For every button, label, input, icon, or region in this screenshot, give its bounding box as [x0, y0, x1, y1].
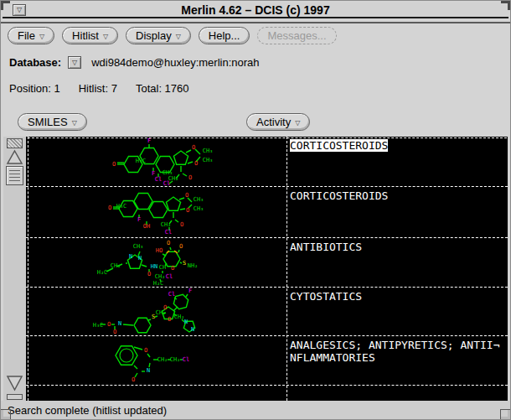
- svg-text:F: F: [188, 288, 192, 294]
- svg-text:N: N: [129, 253, 132, 260]
- svg-text:N: N: [191, 326, 194, 333]
- activity-value: ANALGESICS; ANTIPYRETICS; ANTII¬: [290, 339, 499, 351]
- svg-text:H₃C: H₃C: [93, 322, 104, 329]
- table-filler-row: [26, 386, 508, 400]
- activity-value: CORTICOSTEROIDS: [290, 189, 388, 202]
- total-count: Total: 1760: [136, 82, 189, 95]
- svg-text:O: O: [171, 265, 174, 272]
- position-count: Position: 1: [9, 82, 60, 95]
- svg-text:Cl: Cl: [163, 180, 170, 186]
- dropdown-arrow-icon: ▽: [72, 59, 77, 66]
- svg-text:O: O: [179, 243, 183, 250]
- svg-text:H₂C: H₂C: [97, 269, 108, 276]
- file-menu-button[interactable]: File ▽: [8, 27, 54, 44]
- table-row[interactable]: H₃COONSCH₂OOClFCH₂NN CYTOSTATICS: [26, 288, 508, 336]
- resize-corner-top-left[interactable]: [1, 1, 10, 10]
- activity-cell[interactable]: ANALGESICS; ANTIPYRETICS; ANTII¬ NFLAMMA…: [286, 336, 507, 385]
- scroll-down-icon[interactable]: [6, 375, 23, 393]
- database-row: Database: ▽ wdi984demo@huxley:merlin:nor…: [9, 56, 260, 69]
- svg-text:F: F: [147, 137, 151, 144]
- activity-cell[interactable]: CORTICOSTEROIDS: [286, 137, 507, 186]
- display-menu-button[interactable]: Display ▽: [126, 27, 191, 44]
- activity-column-header-button[interactable]: Activity ▽: [246, 113, 310, 131]
- svg-text:CH₃: CH₃: [194, 196, 204, 203]
- molecule-drawing[interactable]: OFH₃CFClCH₃OOCH₃CH₃OCH₂Cl: [26, 137, 286, 186]
- svg-text:H₃C: H₃C: [136, 158, 147, 164]
- svg-text:N: N: [118, 320, 121, 327]
- resize-corner-bottom-right[interactable]: [501, 410, 510, 419]
- table-row[interactable]: ONOCH₂CH₂Cl ANALGESICS; ANTIPYRETICS; AN…: [26, 336, 508, 386]
- database-dropdown-button[interactable]: ▽: [68, 56, 81, 69]
- scrollbar-drag-box[interactable]: [6, 166, 23, 185]
- molecule-drawing[interactable]: OH₃CFOHOOCH₃CH₃OCH₂Cl: [26, 187, 286, 237]
- svg-text:CH₂: CH₂: [174, 314, 185, 320]
- database-label: Database:: [9, 56, 61, 69]
- resize-corner-bottom-left[interactable]: [1, 410, 10, 419]
- svg-text:O: O: [107, 321, 111, 328]
- svg-text:CH₃: CH₃: [194, 205, 204, 212]
- svg-text:NH₂: NH₂: [188, 262, 199, 269]
- activity-cell[interactable]: ANTIBIOTICS: [286, 238, 507, 287]
- svg-text:O: O: [112, 161, 116, 168]
- svg-text:CH₃: CH₃: [203, 148, 214, 154]
- activity-cell[interactable]: CYTOSTATICS: [286, 288, 507, 335]
- svg-text:O: O: [167, 240, 170, 246]
- svg-text:Cl: Cl: [168, 291, 175, 298]
- scrollbar-anchor-bottom[interactable]: [7, 394, 23, 400]
- smiles-column-header-button[interactable]: SMILES ▽: [18, 113, 87, 131]
- merlin-window: ▽ Merlin 4.62 – DCIS (c) 1997 File ▽ Hit…: [0, 0, 511, 420]
- title-bar[interactable]: ▽ Merlin 4.62 – DCIS (c) 1997: [3, 3, 508, 18]
- window-menu-icon: ▽: [17, 6, 22, 13]
- svg-text:Cl: Cl: [155, 176, 162, 183]
- help-button[interactable]: Help...: [199, 27, 250, 44]
- messages-button[interactable]: Messages...: [257, 27, 336, 44]
- activity-value: ANTIBIOTICS: [290, 241, 362, 253]
- svg-text:N: N: [147, 367, 150, 374]
- titlebar-separator: [1, 22, 510, 23]
- file-menu-label: File: [18, 29, 35, 42]
- svg-text:O: O: [192, 144, 195, 151]
- molecule-drawing[interactable]: H₃COONSCH₂OOClFCH₂NN: [26, 288, 286, 335]
- display-menu-label: Display: [136, 29, 172, 42]
- svg-text:CH: CH: [159, 264, 166, 271]
- activity-cell[interactable]: CORTICOSTEROIDS: [286, 187, 507, 237]
- molecule-drawing[interactable]: H₂CCH₂NNCH₃OHNCHCH₂ClH₂CHOOOOSNH₂: [26, 238, 286, 287]
- svg-text:CH₃: CH₃: [203, 157, 214, 163]
- dropdown-arrow-icon: ▽: [176, 33, 181, 40]
- window-menu-button[interactable]: ▽: [13, 4, 26, 16]
- svg-text:CH₂: CH₂: [111, 262, 121, 269]
- dropdown-arrow-icon: ▽: [39, 33, 44, 40]
- scroll-up-icon[interactable]: [6, 149, 23, 165]
- activity-column-label: Activity: [256, 116, 291, 128]
- scrollbar-anchor-top[interactable]: [7, 138, 23, 148]
- svg-text:OH: OH: [143, 223, 150, 230]
- help-button-label: Help...: [209, 29, 240, 42]
- svg-text:N: N: [138, 255, 142, 262]
- svg-text:CH₃: CH₃: [133, 243, 144, 250]
- messages-button-label: Messages...: [267, 29, 326, 42]
- resize-corner-top-right[interactable]: [501, 1, 510, 10]
- table-row[interactable]: OH₃CFOHOOCH₃CH₃OCH₂Cl CORTICOSTEROIDS: [26, 187, 508, 238]
- svg-text:O: O: [180, 221, 183, 228]
- molecule-drawing[interactable]: ONOCH₂CH₂Cl: [26, 336, 286, 385]
- table-row[interactable]: OFH₃CFClCH₃OOCH₃CH₃OCH₂Cl CORTICOSTEROID…: [26, 137, 508, 187]
- smiles-column-label: SMILES: [28, 116, 68, 128]
- hitlist-menu-button[interactable]: Hitlist ▽: [62, 27, 118, 44]
- table-row[interactable]: H₂CCH₂NNCH₃OHNCHCH₂ClH₂CHOOOOSNH₂ ANTIBI…: [26, 238, 508, 288]
- svg-text:O: O: [185, 192, 188, 199]
- activity-value-line2: NFLAMMATORIES: [290, 351, 375, 364]
- svg-text:Cl: Cl: [166, 273, 173, 280]
- activity-value: CYTOSTATICS: [290, 290, 362, 303]
- svg-text:HN: HN: [151, 263, 157, 270]
- svg-text:O: O: [194, 160, 198, 167]
- svg-text:O: O: [186, 207, 189, 214]
- status-message: Search complete (hitlist updated): [8, 404, 167, 417]
- svg-text:Cl: Cl: [183, 356, 189, 363]
- svg-text:F: F: [137, 216, 141, 223]
- column-separator: [286, 137, 287, 401]
- window-title: Merlin 4.62 – DCIS (c) 1997: [181, 3, 329, 17]
- vertical-scrollbar[interactable]: [3, 137, 26, 401]
- hitlist-menu-label: Hitlist: [72, 29, 99, 42]
- svg-text:O: O: [108, 205, 111, 211]
- svg-text:CH₂: CH₂: [157, 356, 168, 363]
